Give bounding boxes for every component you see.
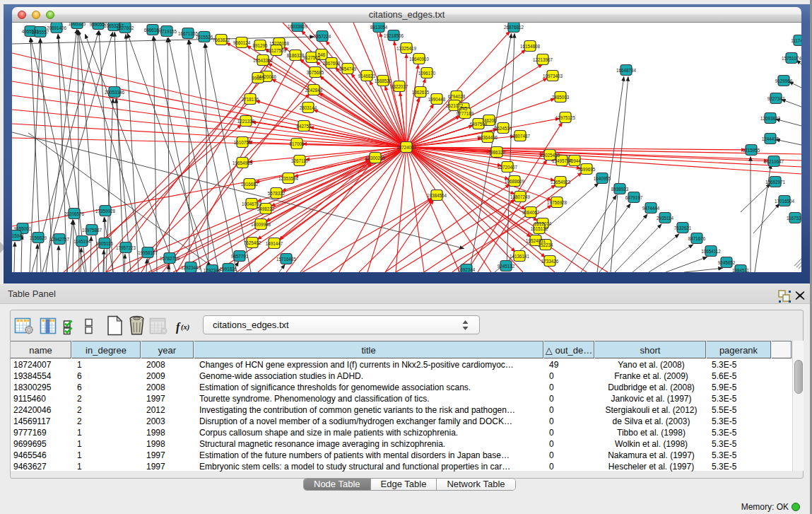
svg-text:7663822: 7663822 — [213, 37, 230, 42]
svg-text:15716485: 15716485 — [276, 257, 297, 262]
svg-text:6794028: 6794028 — [448, 94, 466, 99]
svg-text:1984511: 1984511 — [732, 268, 750, 273]
svg-text:1640955: 1640955 — [594, 176, 611, 181]
svg-text:1292344: 1292344 — [204, 268, 221, 273]
svg-text:12093822: 12093822 — [760, 116, 781, 121]
svg-text:20364436: 20364436 — [478, 135, 498, 140]
svg-text:13654923: 13654923 — [551, 180, 571, 185]
svg-text:245: 245 — [460, 106, 468, 111]
svg-text:546: 546 — [318, 52, 326, 57]
svg-text:2935114: 2935114 — [657, 216, 674, 221]
svg-text:1588520: 1588520 — [375, 78, 392, 83]
svg-text:9777169: 9777169 — [457, 111, 474, 116]
svg-text:1612074: 1612074 — [534, 221, 552, 226]
svg-text:10654112: 10654112 — [701, 249, 721, 254]
svg-text:10025433: 10025433 — [540, 153, 560, 158]
svg-text:13325419: 13325419 — [396, 46, 417, 51]
svg-text:9457791: 9457791 — [231, 254, 249, 259]
svg-text:817006: 817006 — [289, 141, 305, 146]
svg-text:18127509: 18127509 — [266, 48, 287, 53]
svg-text:19958107: 19958107 — [138, 250, 158, 255]
svg-text:10975887: 10975887 — [82, 228, 102, 233]
svg-text:20206576: 20206576 — [64, 211, 85, 216]
svg-text:1167537: 1167537 — [787, 216, 801, 221]
svg-text:9699695: 9699695 — [578, 167, 596, 172]
svg-text:9660124: 9660124 — [233, 40, 251, 45]
svg-text:7632621: 7632621 — [674, 226, 692, 230]
svg-text:1610755: 1610755 — [234, 140, 252, 145]
svg-text:20053346: 20053346 — [105, 90, 125, 95]
svg-text:3267110: 3267110 — [291, 158, 309, 163]
svg-text:1362615: 1362615 — [412, 90, 430, 95]
svg-text:16033809: 16033809 — [288, 24, 308, 29]
svg-text:3624514: 3624514 — [495, 126, 512, 131]
svg-text:18300295: 18300295 — [365, 156, 386, 160]
svg-text:26876812: 26876812 — [504, 25, 524, 30]
svg-text:19756928: 19756928 — [547, 200, 567, 205]
svg-text:16154808: 16154808 — [520, 44, 541, 49]
svg-text:5578332: 5578332 — [268, 191, 286, 196]
svg-text:15226058: 15226058 — [269, 41, 290, 46]
svg-text:15751074: 15751074 — [782, 56, 801, 61]
svg-text:9245132: 9245132 — [498, 264, 515, 269]
svg-text:1221338: 1221338 — [237, 119, 255, 124]
svg-text:75944: 75944 — [568, 158, 581, 163]
svg-text:2803144: 2803144 — [300, 105, 317, 110]
svg-text:10543362: 10543362 — [253, 58, 273, 63]
svg-text:17016504: 17016504 — [775, 199, 795, 204]
svg-text:8471676: 8471676 — [688, 236, 706, 241]
svg-text:10973403: 10973403 — [543, 74, 563, 78]
svg-text:1117482: 1117482 — [791, 38, 801, 43]
svg-text:15720407: 15720407 — [498, 165, 518, 170]
svg-text:9474444: 9474444 — [642, 206, 660, 211]
svg-text:8454749: 8454749 — [339, 66, 357, 71]
svg-text:1065325: 1065325 — [69, 23, 86, 26]
svg-text:8186328: 8186328 — [287, 53, 305, 58]
svg-text:5498222: 5498222 — [257, 206, 275, 211]
svg-text:15692971: 15692971 — [765, 180, 786, 185]
svg-text:20691406: 20691406 — [47, 25, 67, 30]
svg-text:3215955: 3215955 — [743, 148, 760, 153]
svg-text:10688609: 10688609 — [505, 179, 525, 184]
svg-text:9146821: 9146821 — [358, 74, 376, 78]
svg-text:16648784: 16648784 — [616, 68, 637, 73]
svg-text:18724007: 18724007 — [396, 145, 417, 150]
svg-text:746206: 746206 — [481, 118, 497, 123]
svg-text:1991821: 1991821 — [220, 267, 237, 271]
svg-text:3915941: 3915941 — [12, 233, 25, 238]
svg-text:8322037: 8322037 — [391, 84, 408, 89]
svg-text:1405557: 1405557 — [32, 30, 49, 35]
svg-text:9245652: 9245652 — [718, 260, 736, 265]
svg-text:14009948: 14009948 — [251, 222, 271, 227]
svg-text:19654985: 19654985 — [233, 160, 253, 165]
svg-text:12923443: 12923443 — [181, 265, 201, 270]
svg-text:2242848: 2242848 — [305, 88, 323, 93]
svg-text:842752: 842752 — [296, 124, 312, 129]
svg-text:12942757: 12942757 — [49, 237, 70, 242]
svg-text:1156829: 1156829 — [30, 235, 47, 240]
svg-text:8938923: 8938923 — [611, 187, 629, 192]
svg-text:12975125: 12975125 — [555, 115, 576, 120]
svg-text:17359928: 17359928 — [95, 209, 116, 214]
svg-text:12213967: 12213967 — [533, 57, 553, 62]
svg-text:9155001: 9155001 — [14, 226, 32, 231]
svg-text:2718176: 2718176 — [242, 97, 259, 102]
svg-text:f: f — [176, 321, 181, 334]
svg-text:1145194: 1145194 — [73, 239, 91, 244]
svg-text:1733426: 1733426 — [541, 259, 559, 264]
svg-text:10807487: 10807487 — [510, 134, 531, 139]
svg-text:16782759: 16782759 — [160, 256, 180, 261]
svg-text:1527602: 1527602 — [117, 25, 134, 30]
svg-text:6479197: 6479197 — [625, 195, 643, 200]
svg-text:1615132: 1615132 — [531, 226, 548, 231]
svg-text:1990448: 1990448 — [428, 97, 446, 102]
svg-text:7857224: 7857224 — [314, 34, 331, 39]
svg-text:7986322: 7986322 — [488, 150, 506, 155]
svg-text:252234: 252234 — [538, 243, 553, 247]
svg-text:14136141: 14136141 — [510, 254, 530, 259]
svg-text:18640910: 18640910 — [409, 57, 430, 62]
svg-text:16210647: 16210647 — [764, 159, 784, 164]
svg-text:99367: 99367 — [252, 76, 264, 81]
svg-text:1692344: 1692344 — [458, 267, 476, 272]
svg-text:891295: 891295 — [252, 43, 268, 48]
